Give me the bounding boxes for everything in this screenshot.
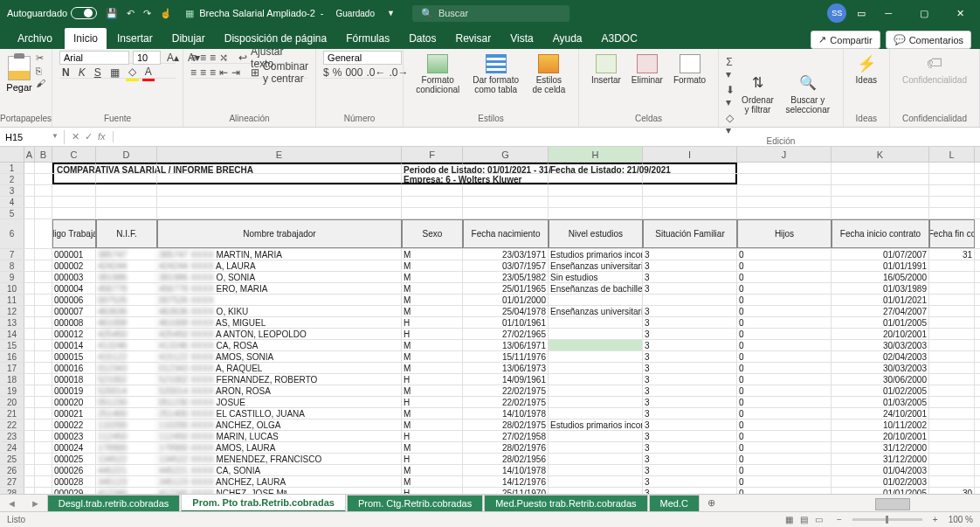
cell[interactable]: Fecha fin co bbox=[929, 219, 975, 248]
tab-formulas[interactable]: Fórmulas bbox=[337, 28, 398, 49]
new-sheet-button[interactable]: ⊕ bbox=[700, 495, 722, 511]
cell[interactable]: 13/06/1971 bbox=[463, 340, 549, 350]
cell[interactable]: 3 bbox=[643, 283, 737, 294]
cell[interactable] bbox=[24, 317, 35, 328]
cell[interactable]: 3 bbox=[643, 431, 737, 441]
cell[interactable] bbox=[157, 185, 402, 196]
cell[interactable]: 520014 XXXX ARON, ROSA bbox=[157, 385, 402, 396]
enter-fx-icon[interactable]: ✓ bbox=[85, 131, 93, 142]
decimal-inc-icon[interactable]: .0← bbox=[366, 66, 385, 79]
cell[interactable] bbox=[52, 197, 96, 207]
row-6[interactable]: 6Código TrabajadorN.I.F.Nombre trabajado… bbox=[0, 219, 980, 249]
cell[interactable] bbox=[96, 163, 157, 173]
cell[interactable]: 23/05/1982 bbox=[463, 272, 549, 282]
cell[interactable]: H bbox=[402, 374, 463, 385]
cell[interactable]: 27/02/1958 bbox=[463, 431, 549, 441]
fx-icon[interactable]: fx bbox=[98, 131, 106, 142]
name-box[interactable]: H15▼ bbox=[0, 130, 65, 144]
sheet-tab-3[interactable]: Prom. Ctg.Retrib.cobradas bbox=[347, 495, 483, 511]
cell[interactable]: 000008 bbox=[52, 317, 96, 328]
row-27[interactable]: 27000028345123345123 XXXX ANCHEZ, LAURAM… bbox=[0, 476, 980, 488]
find-select-button[interactable]: 🔍Buscar y seleccionar bbox=[780, 52, 836, 136]
cell[interactable] bbox=[24, 465, 35, 475]
cell[interactable] bbox=[35, 219, 52, 248]
row-11[interactable]: 11000006007526007526 XXXX M01/01/2000001… bbox=[0, 295, 980, 306]
cell[interactable]: 22/02/1975 bbox=[463, 397, 549, 407]
touch-icon[interactable]: ☝ bbox=[160, 8, 172, 19]
cell[interactable]: 3 bbox=[643, 329, 737, 339]
sheet-tab-5[interactable]: Med.C bbox=[649, 495, 700, 511]
cell[interactable]: 0 bbox=[737, 374, 832, 385]
tab-insert[interactable]: Insertar bbox=[108, 28, 162, 49]
cell[interactable]: 000004 bbox=[52, 283, 96, 294]
cell[interactable]: 0 bbox=[737, 397, 832, 407]
cell[interactable]: 0 bbox=[737, 317, 832, 328]
cell[interactable]: 000022 bbox=[52, 420, 96, 430]
row-9[interactable]: 9000003381986381986 XXXX O, SONIAM23/05/… bbox=[0, 272, 980, 283]
cell[interactable] bbox=[929, 174, 975, 184]
row-21[interactable]: 21000021251400251400 XXXX EL CASTILLO, J… bbox=[0, 408, 980, 420]
cell[interactable] bbox=[35, 317, 52, 328]
merge-button[interactable]: ⊞ Combinar y centrar bbox=[251, 60, 308, 85]
cell[interactable]: 0 bbox=[737, 454, 832, 464]
row-18[interactable]: 18000018521002521002 XXXX FERNANDEZ, ROB… bbox=[0, 374, 980, 385]
tab-help[interactable]: Ayuda bbox=[544, 28, 591, 49]
cell[interactable] bbox=[24, 442, 35, 453]
cell[interactable]: Estudios primarios incom bbox=[549, 249, 643, 260]
cell[interactable]: 0 bbox=[737, 295, 832, 305]
cell[interactable]: 112450 bbox=[96, 431, 157, 441]
row-4[interactable]: 4 bbox=[0, 197, 980, 208]
cell[interactable]: 000019 bbox=[52, 385, 96, 396]
paste-button[interactable]: Pegar bbox=[6, 56, 31, 93]
tab-home[interactable]: Inicio bbox=[65, 28, 107, 49]
select-all-corner[interactable] bbox=[0, 147, 24, 162]
cell[interactable]: 28/02/1956 bbox=[463, 454, 549, 464]
cell[interactable]: 000026 bbox=[52, 465, 96, 475]
cell[interactable] bbox=[24, 283, 35, 294]
cell[interactable] bbox=[463, 163, 549, 173]
cell[interactable] bbox=[549, 465, 643, 475]
cell[interactable] bbox=[35, 163, 52, 173]
cell[interactable]: 01/02/2003 bbox=[832, 476, 929, 487]
col-B[interactable]: B bbox=[35, 147, 52, 162]
cell[interactable] bbox=[96, 197, 157, 207]
cell[interactable]: 012343 bbox=[96, 363, 157, 373]
cell[interactable] bbox=[643, 185, 737, 196]
cell[interactable]: 24/10/2001 bbox=[832, 408, 929, 419]
row-23[interactable]: 23000023112450112450 XXXX MARIN, LUCASH2… bbox=[0, 431, 980, 442]
cell[interactable]: M bbox=[402, 283, 463, 294]
cell[interactable]: Código Trabajador bbox=[52, 219, 96, 248]
cell[interactable]: 000002 bbox=[52, 260, 96, 271]
cell[interactable]: 0 bbox=[737, 351, 832, 362]
cell[interactable]: M bbox=[402, 340, 463, 350]
cell[interactable] bbox=[929, 397, 975, 407]
cell[interactable]: 15/11/1976 bbox=[463, 351, 549, 362]
cell[interactable] bbox=[929, 283, 975, 294]
cell[interactable] bbox=[549, 431, 643, 441]
row-13[interactable]: 13000008461008461008 XXXX AS, MIGUELH01/… bbox=[0, 317, 980, 329]
cell[interactable]: 251400 bbox=[96, 408, 157, 419]
col-J[interactable]: J bbox=[737, 147, 832, 162]
cell[interactable] bbox=[35, 329, 52, 339]
cell[interactable] bbox=[24, 295, 35, 305]
cell[interactable]: 3 bbox=[643, 385, 737, 396]
cell[interactable]: 13/06/1973 bbox=[463, 363, 549, 373]
cell[interactable] bbox=[737, 174, 832, 184]
cell[interactable] bbox=[35, 185, 52, 196]
cell[interactable]: 3 bbox=[643, 476, 737, 487]
tab-review[interactable]: Revisar bbox=[447, 28, 500, 49]
cell[interactable] bbox=[35, 465, 52, 475]
conditional-format-button[interactable]: Formato condicional bbox=[411, 52, 465, 96]
horizontal-scrollbar[interactable] bbox=[875, 498, 910, 510]
col-I[interactable]: I bbox=[643, 147, 737, 162]
cell[interactable]: 051230 bbox=[96, 397, 157, 407]
cell[interactable] bbox=[24, 219, 35, 248]
align-top-icon[interactable]: ≡ bbox=[190, 52, 197, 64]
cell[interactable]: 251400 XXXX EL CASTILLO, JUANA bbox=[157, 408, 402, 419]
cell[interactable]: 456778 bbox=[96, 283, 157, 294]
col-F[interactable]: F bbox=[402, 147, 463, 162]
row-15[interactable]: 15000014413246413246 XXXX CA, ROSAM13/06… bbox=[0, 340, 980, 351]
cell[interactable] bbox=[24, 408, 35, 419]
cell[interactable] bbox=[549, 385, 643, 396]
cell[interactable]: 0 bbox=[737, 283, 832, 294]
